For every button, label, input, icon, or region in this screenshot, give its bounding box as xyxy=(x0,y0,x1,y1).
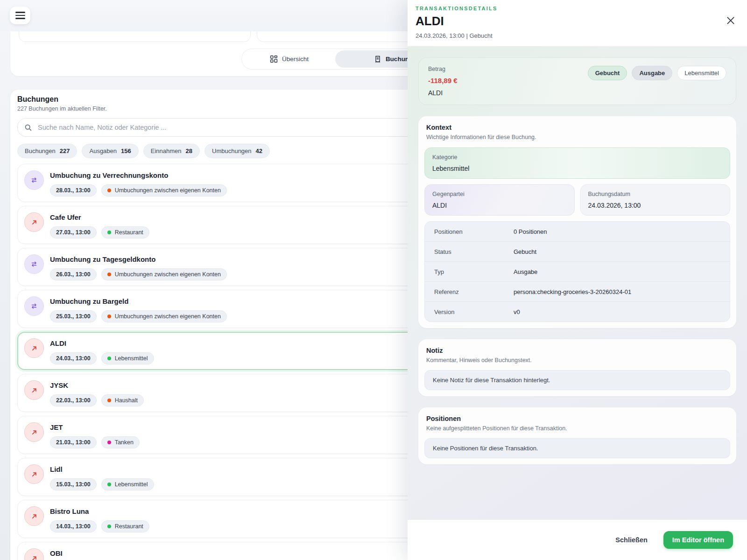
positions-empty-text: Keine Positionen für diese Transaktion. xyxy=(424,438,730,458)
grid-icon xyxy=(270,55,278,63)
transaction-row-body: Cafe Ufer27.03., 13:00Restaurant xyxy=(50,211,149,238)
transaction-row[interactable]: Umbuchung zu Tagesgeldkonto26.03., 13:00… xyxy=(17,248,470,286)
amount-counterparty: ALDI xyxy=(428,89,458,97)
transaction-row[interactable]: ALDI24.03., 13:00Lebensmittel xyxy=(17,332,470,370)
filter-chip-count: 227 xyxy=(60,147,70,154)
search-input[interactable] xyxy=(37,123,463,132)
transaction-row[interactable]: Umbuchung zu Bargeld25.03., 13:00Umbuchu… xyxy=(17,290,470,328)
transaction-date-chip: 27.03., 13:00 xyxy=(50,226,97,238)
details-table-row: Versionv0 xyxy=(425,301,730,322)
category-dot-icon xyxy=(107,399,111,402)
transaction-date-chip: 21.03., 13:00 xyxy=(50,436,97,448)
details-row-label: Status xyxy=(434,248,514,255)
details-row-value: Ausgabe xyxy=(514,268,537,275)
note-subtitle: Kommentar, Hinweis oder Buchungstext. xyxy=(424,357,730,364)
amount-block: Betrag -118,89 € ALDI xyxy=(428,66,458,97)
transaction-row-body: Umbuchung zu Verrechnungskonto28.03., 13… xyxy=(50,169,227,196)
tab-uebersicht[interactable]: Übersicht xyxy=(243,50,335,68)
expense-arrow-icon xyxy=(24,464,44,484)
amount-value: -118,89 € xyxy=(428,77,458,84)
filter-chip-count: 156 xyxy=(121,147,131,154)
status-badge: Ausgabe xyxy=(632,66,672,80)
transaction-row[interactable]: JYSK22.03., 13:00Haushalt xyxy=(17,374,470,412)
transaction-row-body: JET21.03., 13:00Tanken xyxy=(50,421,140,448)
filter-chip[interactable]: Umbuchungen42 xyxy=(204,144,270,158)
expense-arrow-icon xyxy=(24,506,44,526)
search-icon xyxy=(24,124,32,132)
counterparty-value: ALDI xyxy=(432,202,567,209)
filter-chip[interactable]: Einnahmen28 xyxy=(143,144,200,158)
transaction-row[interactable]: Umbuchung zu Verrechnungskonto28.03., 13… xyxy=(17,164,470,202)
transaction-row-body: Lidl15.03., 13:00Lebensmittel xyxy=(50,463,154,490)
category-label: Kategorie xyxy=(432,154,722,161)
transaction-row[interactable]: JET21.03., 13:00Tanken xyxy=(17,416,470,454)
transaction-list: Umbuchung zu Verrechnungskonto28.03., 13… xyxy=(17,164,470,560)
category-dot-icon xyxy=(107,273,111,276)
filter-chip-count: 42 xyxy=(256,147,262,154)
amount-card: Betrag -118,89 € ALDI GebuchtAusgabeLebe… xyxy=(418,57,736,105)
receipt-icon xyxy=(374,56,381,63)
transaction-name: Bistro Luna xyxy=(50,507,149,515)
transaction-category-label: Haushalt xyxy=(115,397,138,404)
context-grid: Gegenpartei ALDI Buchungsdatum 24.03.202… xyxy=(424,184,730,216)
transaction-category-label: Umbuchungen zwischen eigenen Konten xyxy=(115,313,221,320)
transaction-chips: 22.03., 13:00Haushalt xyxy=(50,394,144,406)
transaction-row[interactable]: OBI12.03., 13:00Haushalt xyxy=(17,542,470,560)
transaction-row[interactable]: Lidl15.03., 13:00Lebensmittel xyxy=(17,458,470,496)
details-table-row: Positionen0 Positionen xyxy=(425,222,730,241)
transaction-chips: 14.03., 13:00Restaurant xyxy=(50,520,149,532)
expense-arrow-icon xyxy=(24,548,44,560)
transaction-name: Cafe Ufer xyxy=(50,213,149,221)
status-badge: Lebensmittel xyxy=(677,66,726,80)
transaction-chips: 15.03., 13:00Lebensmittel xyxy=(50,478,154,490)
menu-button[interactable] xyxy=(10,7,30,24)
transaction-row-body: ALDI24.03., 13:00Lebensmittel xyxy=(50,337,154,364)
transaction-category-chip: Umbuchungen zwischen eigenen Konten xyxy=(101,310,227,322)
transfer-arrows-icon xyxy=(24,254,44,274)
filter-chip-label: Buchungen xyxy=(25,147,56,154)
transaction-row-body: JYSK22.03., 13:00Haushalt xyxy=(50,379,144,406)
details-row-value: persona:checking-groceries-3-20260324-01 xyxy=(514,288,631,295)
transaction-name: Lidl xyxy=(50,465,154,473)
top-bar xyxy=(0,0,408,31)
filter-chip-count: 28 xyxy=(186,147,192,154)
transaction-row-body: OBI12.03., 13:00Haushalt xyxy=(50,547,144,560)
category-dot-icon xyxy=(107,189,111,192)
open-editor-button[interactable]: Im Editor öffnen xyxy=(663,531,733,549)
tab-uebersicht-label: Übersicht xyxy=(282,56,309,63)
filter-chip[interactable]: Buchungen227 xyxy=(17,144,77,158)
transaction-name: Umbuchung zu Verrechnungskonto xyxy=(50,171,227,179)
transaction-category-label: Restaurant xyxy=(115,523,143,530)
list-title: Buchungen xyxy=(17,95,470,104)
filter-chip[interactable]: Ausgaben156 xyxy=(82,144,138,158)
category-dot-icon xyxy=(107,525,111,528)
close-panel-button[interactable]: Schließen xyxy=(613,536,650,544)
details-row-label: Version xyxy=(434,308,514,315)
transaction-date-chip: 22.03., 13:00 xyxy=(50,394,97,406)
transaction-row-body: Bistro Luna14.03., 13:00Restaurant xyxy=(50,505,149,532)
transaction-name: ALDI xyxy=(50,339,154,347)
transaction-category-label: Umbuchungen zwischen eigenen Konten xyxy=(115,187,221,194)
panel-body: Betrag -118,89 € ALDI GebuchtAusgabeLebe… xyxy=(408,46,747,519)
transaction-category-chip: Tanken xyxy=(101,436,140,448)
transaction-date-chip: 15.03., 13:00 xyxy=(50,478,97,490)
transaction-row[interactable]: Bistro Luna14.03., 13:00Restaurant xyxy=(17,500,470,538)
details-table-row: StatusGebucht xyxy=(425,241,730,261)
details-table: Positionen0 PositionenStatusGebuchtTypAu… xyxy=(424,221,730,322)
bookings-list-card: Buchungen 227 Buchungen im aktuellen Fil… xyxy=(10,90,477,560)
transaction-chips: 28.03., 13:00Umbuchungen zwischen eigene… xyxy=(50,184,227,196)
details-row-value: Gebucht xyxy=(514,248,536,255)
counterparty-label: Gegenpartei xyxy=(432,191,567,197)
positions-card: Positionen Keine aufgesplitteten Positio… xyxy=(418,407,736,464)
expense-arrow-icon xyxy=(24,338,44,358)
transaction-row[interactable]: Cafe Ufer27.03., 13:00Restaurant xyxy=(17,206,470,244)
panel-footer: Schließen Im Editor öffnen xyxy=(408,519,747,560)
filter-chip-label: Einnahmen xyxy=(151,147,182,154)
close-button[interactable] xyxy=(725,15,737,27)
close-icon xyxy=(726,15,736,26)
transaction-category-label: Lebensmittel xyxy=(115,355,148,362)
filter-chips: Buchungen227Ausgaben156Einnahmen28Umbuch… xyxy=(17,144,470,158)
filter-chip-label: Ausgaben xyxy=(89,147,117,154)
transaction-row-body: Umbuchung zu Bargeld25.03., 13:00Umbuchu… xyxy=(50,295,227,322)
panel-subtitle: 24.03.2026, 13:00 | Gebucht xyxy=(416,32,739,39)
